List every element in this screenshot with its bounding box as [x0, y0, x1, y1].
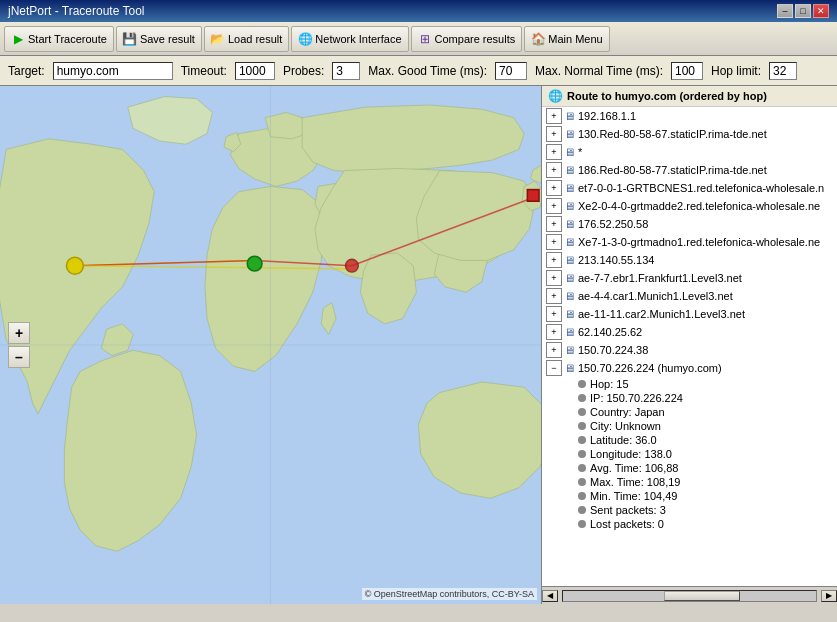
bullet-icon	[578, 520, 586, 528]
tree-expand-icon[interactable]: +	[546, 252, 562, 268]
scroll-left-button[interactable]: ◀	[542, 590, 558, 602]
tree-expand-icon[interactable]: +	[546, 306, 562, 322]
tree-expand-icon[interactable]: +	[546, 342, 562, 358]
tree-expand-icon[interactable]: +	[546, 108, 562, 124]
tree-item[interactable]: +🖥ae-4-4.car1.Munich1.Level3.net	[542, 287, 837, 305]
detail-label: Min. Time: 104,49	[590, 490, 677, 502]
tree-item-label: 150.70.226.224 (humyo.com)	[578, 362, 722, 374]
tree-expand-icon[interactable]: +	[546, 270, 562, 286]
minimize-button[interactable]: –	[777, 4, 793, 18]
main-content: + – © OpenStreetMap contributors, CC-BY-…	[0, 86, 837, 604]
tree-detail-item[interactable]: Longitude: 138.0	[542, 447, 837, 461]
probes-input[interactable]	[332, 62, 360, 80]
maxgood-input[interactable]	[495, 62, 527, 80]
tree-node-icon: 🖥	[564, 128, 575, 140]
tree-detail-item[interactable]: Min. Time: 104,49	[542, 489, 837, 503]
tree-detail-item[interactable]: Country: Japan	[542, 405, 837, 419]
window-title: jNetPort - Traceroute Tool	[8, 4, 145, 18]
play-icon: ▶	[11, 32, 25, 46]
tree-item[interactable]: +🖥et7-0-0-1-GRTBCNES1.red.telefonica-who…	[542, 179, 837, 197]
tree-item[interactable]: +🖥Xe7-1-3-0-grtmadno1.red.telefonica-who…	[542, 233, 837, 251]
tree-node-icon: 🖥	[564, 362, 575, 374]
start-traceroute-button[interactable]: ▶ Start Traceroute	[4, 26, 114, 52]
save-result-button[interactable]: 💾 Save result	[116, 26, 202, 52]
tree-item[interactable]: +🖥130.Red-80-58-67.staticIP.rima-tde.net	[542, 125, 837, 143]
tree-item-label: et7-0-0-1-GRTBCNES1.red.telefonica-whole…	[578, 182, 824, 194]
target-input[interactable]	[53, 62, 173, 80]
tree-node-icon: 🖥	[564, 110, 575, 122]
svg-point-8	[66, 257, 83, 274]
save-icon: 💾	[123, 32, 137, 46]
detail-label: Country: Japan	[590, 406, 665, 418]
tree-item[interactable]: +🖥*	[542, 143, 837, 161]
svg-point-10	[346, 259, 359, 272]
zoom-out-button[interactable]: –	[8, 346, 30, 368]
detail-label: Hop: 15	[590, 378, 629, 390]
tree-expand-icon[interactable]: +	[546, 126, 562, 142]
tree-item-label: ae-11-11.car2.Munich1.Level3.net	[578, 308, 745, 320]
tree-item[interactable]: +🖥62.140.25.62	[542, 323, 837, 341]
hoplimit-input[interactable]	[769, 62, 797, 80]
tree-expand-icon[interactable]: −	[546, 360, 562, 376]
tree-item[interactable]: +🖥213.140.55.134	[542, 251, 837, 269]
tree-detail-item[interactable]: Lost packets: 0	[542, 517, 837, 531]
tree-expand-icon[interactable]: +	[546, 198, 562, 214]
compare-icon: ⊞	[418, 32, 432, 46]
timeout-input[interactable]	[235, 62, 275, 80]
tree-item[interactable]: +🖥Xe2-0-4-0-grtmadde2.red.telefonica-who…	[542, 197, 837, 215]
tree-node-icon: 🖥	[564, 164, 575, 176]
tree-expand-icon[interactable]: +	[546, 180, 562, 196]
bullet-icon	[578, 478, 586, 486]
tree-item[interactable]: +🖥ae-11-11.car2.Munich1.Level3.net	[542, 305, 837, 323]
probes-label: Probes:	[283, 64, 324, 78]
tree-expand-icon[interactable]: +	[546, 288, 562, 304]
tree-expand-icon[interactable]: +	[546, 144, 562, 160]
tree-item[interactable]: +🖥150.70.224.38	[542, 341, 837, 359]
tree-expand-icon[interactable]: +	[546, 324, 562, 340]
tree-item[interactable]: +🖥186.Red-80-58-77.staticIP.rima-tde.net	[542, 161, 837, 179]
bullet-icon	[578, 436, 586, 444]
tree-node-icon: 🖥	[564, 218, 575, 230]
tree-item[interactable]: +🖥176.52.250.58	[542, 215, 837, 233]
load-result-button[interactable]: 📂 Load result	[204, 26, 289, 52]
timeout-label: Timeout:	[181, 64, 227, 78]
tree-item[interactable]: +🖥ae-7-7.ebr1.Frankfurt1.Level3.net	[542, 269, 837, 287]
tree-item-label: 176.52.250.58	[578, 218, 648, 230]
maxnormal-input[interactable]	[671, 62, 703, 80]
tree-detail-item[interactable]: IP: 150.70.226.224	[542, 391, 837, 405]
tree-container[interactable]: +🖥192.168.1.1+🖥130.Red-80-58-67.staticIP…	[542, 107, 837, 586]
tree-detail-item[interactable]: City: Unknown	[542, 419, 837, 433]
tree-header-label: Route to humyo.com (ordered by hop)	[567, 90, 767, 102]
tree-expand-icon[interactable]: +	[546, 234, 562, 250]
tree-detail-item[interactable]: Max. Time: 108,19	[542, 475, 837, 489]
scroll-track[interactable]	[562, 590, 817, 602]
toolbar: ▶ Start Traceroute 💾 Save result 📂 Load …	[0, 22, 837, 56]
tree-detail-item[interactable]: Hop: 15	[542, 377, 837, 391]
maximize-button[interactable]: □	[795, 4, 811, 18]
close-button[interactable]: ✕	[813, 4, 829, 18]
network-interface-button[interactable]: 🌐 Network Interface	[291, 26, 408, 52]
scroll-thumb[interactable]	[664, 591, 740, 601]
zoom-in-button[interactable]: +	[8, 322, 30, 344]
right-panel: 🌐 Route to humyo.com (ordered by hop) +🖥…	[542, 86, 837, 604]
window-controls: – □ ✕	[777, 4, 829, 18]
tree-detail-item[interactable]: Latitude: 36.0	[542, 433, 837, 447]
detail-label: Avg. Time: 106,88	[590, 462, 678, 474]
detail-label: City: Unknown	[590, 420, 661, 432]
main-menu-button[interactable]: 🏠 Main Menu	[524, 26, 609, 52]
scroll-right-button[interactable]: ▶	[821, 590, 837, 602]
tree-expand-icon[interactable]: +	[546, 162, 562, 178]
tree-item-label: ae-4-4.car1.Munich1.Level3.net	[578, 290, 733, 302]
tree-detail-item[interactable]: Sent packets: 3	[542, 503, 837, 517]
tree-header: 🌐 Route to humyo.com (ordered by hop)	[542, 86, 837, 107]
horizontal-scrollbar[interactable]: ◀ ▶	[542, 586, 837, 604]
tree-item[interactable]: −🖥150.70.226.224 (humyo.com)	[542, 359, 837, 377]
tree-item[interactable]: +🖥192.168.1.1	[542, 107, 837, 125]
tree-detail-item[interactable]: Avg. Time: 106,88	[542, 461, 837, 475]
compare-results-button[interactable]: ⊞ Compare results	[411, 26, 523, 52]
svg-rect-11	[527, 190, 539, 202]
detail-label: Sent packets: 3	[590, 504, 666, 516]
hoplimit-label: Hop limit:	[711, 64, 761, 78]
tree-expand-icon[interactable]: +	[546, 216, 562, 232]
svg-point-9	[247, 256, 262, 271]
